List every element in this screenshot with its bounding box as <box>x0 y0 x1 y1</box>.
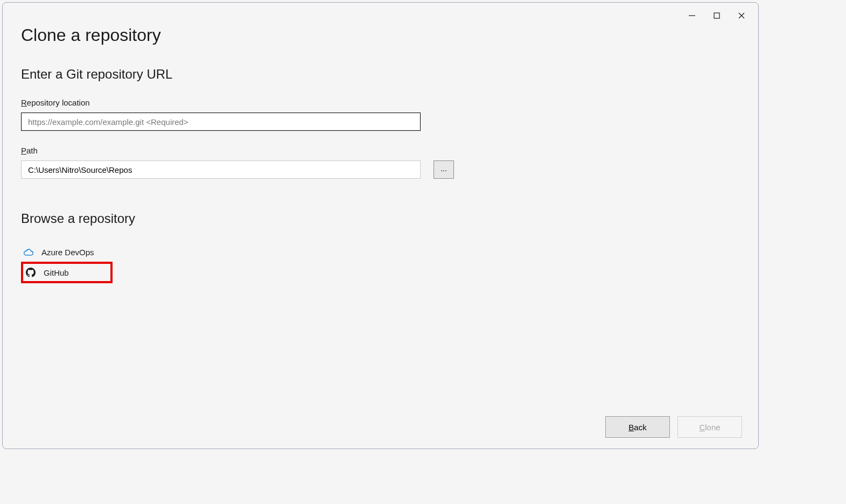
repo-location-input[interactable] <box>21 113 421 131</box>
repo-location-label: Repository location <box>21 98 740 107</box>
minimize-button[interactable] <box>680 7 704 24</box>
dialog-footer: Back Clone <box>605 416 742 438</box>
window-titlebar <box>680 3 758 24</box>
minimize-icon <box>688 12 696 19</box>
browse-option-label: GitHub <box>44 268 69 277</box>
path-label: Path <box>21 146 740 155</box>
path-row: ... <box>21 160 740 179</box>
back-button[interactable]: Back <box>605 416 670 438</box>
path-field: Path ... <box>21 146 740 179</box>
browse-path-button[interactable]: ... <box>434 160 454 179</box>
maximize-button[interactable] <box>704 7 729 24</box>
dialog-window: Clone a repository Enter a Git repositor… <box>2 2 759 449</box>
clone-button[interactable]: Clone <box>677 416 742 438</box>
cloud-icon <box>23 247 34 257</box>
path-input[interactable] <box>21 160 421 179</box>
browse-option-label: Azure DevOps <box>41 248 94 257</box>
github-icon <box>25 267 36 278</box>
dialog-content: Clone a repository Enter a Git repositor… <box>3 3 758 283</box>
svg-rect-1 <box>714 13 719 18</box>
url-section-title: Enter a Git repository URL <box>21 67 740 82</box>
browse-option-azure-devops[interactable]: Azure DevOps <box>21 242 740 262</box>
browse-repo-section: Browse a repository Azure DevOps GitHub <box>21 211 740 283</box>
browse-section-title: Browse a repository <box>21 211 740 226</box>
browse-option-github[interactable]: GitHub <box>21 262 113 283</box>
repo-location-field: Repository location <box>21 98 740 131</box>
close-icon <box>738 12 745 19</box>
close-button[interactable] <box>729 7 754 24</box>
page-title: Clone a repository <box>21 25 740 45</box>
maximize-icon <box>713 12 721 19</box>
